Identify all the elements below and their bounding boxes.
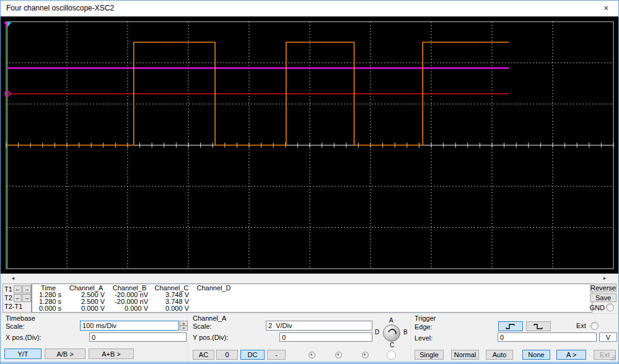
falling-edge-icon <box>532 323 545 330</box>
knob-label-b: B <box>403 329 408 336</box>
knob-notch <box>386 327 398 339</box>
none-button[interactable]: None <box>522 350 550 360</box>
timebase-xpos-label: X pos.(Div): <box>6 334 41 341</box>
trigger-level-input[interactable]: 0 <box>498 332 597 342</box>
window-title: Four channel oscilloscope-XSC2 <box>6 4 114 12</box>
timebase-title: Timebase <box>6 314 35 322</box>
t2t1-chc: 0.000 V <box>151 305 192 312</box>
knob-label-c: C <box>390 342 394 349</box>
zero-button[interactable]: 0 <box>216 350 238 360</box>
t1-left-arrow-button[interactable]: ← <box>14 285 22 293</box>
separator-2 <box>411 313 412 362</box>
gnd-radio[interactable] <box>606 303 614 311</box>
title-bar[interactable]: Four channel oscilloscope-XSC2 × <box>1 1 618 16</box>
t2t1-chb: 0.000 V <box>108 305 151 312</box>
readout-table: Time Channel_A Channel_B Channel_C Chann… <box>32 284 592 313</box>
trigger-level-unit-select[interactable]: V <box>599 332 617 342</box>
timebase-scale-input[interactable]: 100 ms/Div <box>80 321 179 331</box>
channel-title: Channel_A <box>193 314 226 322</box>
resize-grip[interactable] <box>610 355 612 357</box>
measurements-panel: T1 ← → T2 ← → T2-T1 Time Channel_A Chann… <box>1 282 618 313</box>
knob-label-d: D <box>375 329 379 336</box>
auto-button[interactable]: Auto <box>486 350 513 360</box>
gnd-label: GND <box>590 304 605 311</box>
scroll-right-icon[interactable]: ▸ <box>600 274 610 282</box>
timebase-scale-down-icon[interactable]: ▼ <box>180 326 188 331</box>
knob-label-a: A <box>389 317 393 324</box>
yt-button[interactable]: Y/T <box>4 349 42 359</box>
save-button[interactable]: Save <box>590 293 617 302</box>
scope-display-area <box>1 16 618 274</box>
t1-chd <box>192 292 235 298</box>
timebase-scale-label: Scale: <box>6 323 25 330</box>
scope-scrollbar[interactable]: ◂ ▸ <box>1 274 618 282</box>
t2-right-arrow-button[interactable]: → <box>22 294 31 302</box>
cursor-box: T1 ← → T2 ← → T2-T1 <box>2 284 32 313</box>
readout-row-t2t1: 0.000 s 0.000 V 0.000 V 0.000 V <box>32 305 592 312</box>
trigger-a-button[interactable]: A > <box>556 350 586 360</box>
t1-right-arrow-button[interactable]: → <box>22 285 31 293</box>
channel-radio-3[interactable] <box>362 352 369 358</box>
separator-1 <box>188 313 189 362</box>
channel-ypos-label: Y pos.(Div): <box>193 334 228 341</box>
close-icon[interactable]: × <box>597 2 615 14</box>
trigger-edge-label: Edge: <box>415 323 432 331</box>
minus-button[interactable]: - <box>267 350 286 360</box>
a-plus-b-button[interactable]: A+B > <box>89 349 134 359</box>
ac-button[interactable]: AC <box>193 350 214 360</box>
normal-button[interactable]: Normal <box>451 350 479 360</box>
rising-edge-button[interactable] <box>498 321 523 331</box>
cursor-row-t2t1: T2-T1 <box>3 302 31 311</box>
timebase-scale-up-icon[interactable]: ▲ <box>180 321 188 326</box>
cursor-t2t1-label: T2-T1 <box>4 303 22 310</box>
cursor-t1-label: T1 <box>4 285 13 293</box>
trigger-ext-button[interactable]: Ext <box>594 350 616 360</box>
channel-scale-input[interactable]: 2 V/Div <box>266 321 372 331</box>
rising-edge-icon <box>504 323 517 330</box>
channel-select-knob[interactable] <box>383 324 400 342</box>
ab-button[interactable]: A/B > <box>45 349 86 359</box>
scope-plot[interactable] <box>1 17 618 274</box>
trigger-title: Trigger <box>415 314 436 322</box>
falling-edge-button[interactable] <box>526 321 551 331</box>
scroll-left-icon[interactable]: ◂ <box>8 274 18 282</box>
timebase-xpos-input[interactable]: 0 <box>89 332 187 342</box>
single-button[interactable]: Single <box>415 350 444 360</box>
trigger-level-label: Level: <box>415 334 432 342</box>
col-channel-d: Channel_D <box>192 285 235 292</box>
readout-row-t2: 1.280 s 2.500 V -20.000 nV 3.748 V <box>32 298 592 305</box>
t2-chd <box>192 298 235 305</box>
cursor-row-t1: T1 ← → <box>3 285 31 293</box>
dc-button[interactable]: DC <box>240 350 265 360</box>
cursor-row-t2: T2 ← → <box>3 293 31 302</box>
t2t1-cha: 0.000 V <box>64 305 108 312</box>
channel-radio-4[interactable] <box>387 350 396 360</box>
reverse-button[interactable]: Reverse <box>590 284 617 292</box>
channel-scale-label: Scale: <box>193 323 212 330</box>
t2t1-chd <box>192 305 235 312</box>
window-bottom-accent <box>1 362 618 363</box>
oscilloscope-window: Four channel oscilloscope-XSC2 × ◂ ▸ T1 … <box>0 0 619 364</box>
channel-ypos-input[interactable]: 0 <box>279 332 372 342</box>
trigger-ext-label: Ext <box>576 322 586 329</box>
channel-radio-2[interactable] <box>335 352 342 358</box>
t2t1-time: 0.000 s <box>32 305 64 312</box>
trigger-ext-radio[interactable] <box>590 322 599 330</box>
cursor-t2-label: T2 <box>4 294 13 301</box>
channel-radio-1[interactable] <box>309 352 315 358</box>
t2-left-arrow-button[interactable]: ← <box>14 294 22 302</box>
